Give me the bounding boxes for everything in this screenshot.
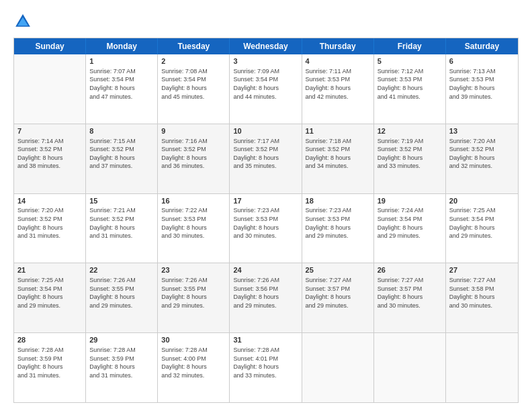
day-number: 22 xyxy=(89,265,154,275)
day-number: 5 xyxy=(378,56,442,66)
day-info: Sunrise: 7:11 AM Sunset: 3:53 PM Dayligh… xyxy=(306,67,370,101)
calendar-cell: 8Sunrise: 7:15 AM Sunset: 3:52 PM Daylig… xyxy=(86,124,158,193)
day-number: 4 xyxy=(306,56,370,66)
day-info: Sunrise: 7:07 AM Sunset: 3:54 PM Dayligh… xyxy=(89,67,154,101)
calendar-cell: 28Sunrise: 7:28 AM Sunset: 3:59 PM Dayli… xyxy=(14,333,86,402)
logo xyxy=(13,12,35,31)
day-info: Sunrise: 7:19 AM Sunset: 3:52 PM Dayligh… xyxy=(378,137,442,171)
day-info: Sunrise: 7:17 AM Sunset: 3:52 PM Dayligh… xyxy=(233,137,298,171)
logo-icon xyxy=(13,12,32,31)
calendar-row: 7Sunrise: 7:14 AM Sunset: 3:52 PM Daylig… xyxy=(14,124,518,194)
day-info: Sunrise: 7:09 AM Sunset: 3:54 PM Dayligh… xyxy=(233,67,298,101)
calendar-cell: 30Sunrise: 7:28 AM Sunset: 4:00 PM Dayli… xyxy=(158,333,230,402)
calendar-body: 1Sunrise: 7:07 AM Sunset: 3:54 PM Daylig… xyxy=(14,54,518,402)
day-info: Sunrise: 7:21 AM Sunset: 3:52 PM Dayligh… xyxy=(89,206,154,240)
calendar-cell: 10Sunrise: 7:17 AM Sunset: 3:52 PM Dayli… xyxy=(230,124,302,193)
day-number: 1 xyxy=(89,56,154,66)
day-number: 26 xyxy=(378,265,442,275)
day-number: 25 xyxy=(306,265,370,275)
calendar-cell: 2Sunrise: 7:08 AM Sunset: 3:54 PM Daylig… xyxy=(158,54,230,124)
calendar-header-cell: Friday xyxy=(374,38,446,54)
day-info: Sunrise: 7:27 AM Sunset: 3:57 PM Dayligh… xyxy=(378,276,442,310)
day-info: Sunrise: 7:14 AM Sunset: 3:52 PM Dayligh… xyxy=(17,137,82,171)
calendar-header-cell: Thursday xyxy=(302,38,374,54)
calendar-cell: 11Sunrise: 7:18 AM Sunset: 3:52 PM Dayli… xyxy=(302,124,374,193)
calendar-cell: 20Sunrise: 7:25 AM Sunset: 3:54 PM Dayli… xyxy=(446,194,518,263)
calendar-cell: 7Sunrise: 7:14 AM Sunset: 3:52 PM Daylig… xyxy=(14,124,86,193)
calendar-cell xyxy=(374,333,446,402)
day-number: 12 xyxy=(378,126,442,136)
day-info: Sunrise: 7:28 AM Sunset: 4:01 PM Dayligh… xyxy=(233,346,298,379)
day-info: Sunrise: 7:23 AM Sunset: 3:53 PM Dayligh… xyxy=(306,206,370,240)
day-info: Sunrise: 7:26 AM Sunset: 3:56 PM Dayligh… xyxy=(233,276,298,310)
day-number: 30 xyxy=(161,335,226,345)
day-info: Sunrise: 7:23 AM Sunset: 3:53 PM Dayligh… xyxy=(233,206,298,240)
calendar-cell: 14Sunrise: 7:20 AM Sunset: 3:52 PM Dayli… xyxy=(14,194,86,263)
calendar-cell: 3Sunrise: 7:09 AM Sunset: 3:54 PM Daylig… xyxy=(230,54,302,124)
day-number: 9 xyxy=(161,126,226,136)
day-number: 6 xyxy=(449,56,515,66)
day-number: 10 xyxy=(233,126,298,136)
day-info: Sunrise: 7:25 AM Sunset: 3:54 PM Dayligh… xyxy=(17,276,82,310)
calendar-cell: 16Sunrise: 7:22 AM Sunset: 3:53 PM Dayli… xyxy=(158,194,230,263)
calendar-row: 14Sunrise: 7:20 AM Sunset: 3:52 PM Dayli… xyxy=(14,194,518,264)
calendar-header-cell: Saturday xyxy=(446,38,518,54)
calendar-cell: 26Sunrise: 7:27 AM Sunset: 3:57 PM Dayli… xyxy=(374,263,446,332)
day-info: Sunrise: 7:20 AM Sunset: 3:52 PM Dayligh… xyxy=(449,137,515,171)
day-number: 29 xyxy=(89,335,154,345)
calendar-cell: 17Sunrise: 7:23 AM Sunset: 3:53 PM Dayli… xyxy=(230,194,302,263)
calendar: SundayMondayTuesdayWednesdayThursdayFrid… xyxy=(13,38,519,403)
day-info: Sunrise: 7:27 AM Sunset: 3:58 PM Dayligh… xyxy=(449,276,515,310)
calendar-cell: 23Sunrise: 7:26 AM Sunset: 3:55 PM Dayli… xyxy=(158,263,230,332)
calendar-cell: 18Sunrise: 7:23 AM Sunset: 3:53 PM Dayli… xyxy=(302,194,374,263)
calendar-cell: 29Sunrise: 7:28 AM Sunset: 3:59 PM Dayli… xyxy=(86,333,158,402)
calendar-cell: 31Sunrise: 7:28 AM Sunset: 4:01 PM Dayli… xyxy=(230,333,302,402)
calendar-row: 1Sunrise: 7:07 AM Sunset: 3:54 PM Daylig… xyxy=(14,54,518,124)
calendar-header-cell: Wednesday xyxy=(230,38,302,54)
calendar-cell: 27Sunrise: 7:27 AM Sunset: 3:58 PM Dayli… xyxy=(446,263,518,332)
calendar-cell: 12Sunrise: 7:19 AM Sunset: 3:52 PM Dayli… xyxy=(374,124,446,193)
day-number: 27 xyxy=(449,265,515,275)
calendar-cell: 9Sunrise: 7:16 AM Sunset: 3:52 PM Daylig… xyxy=(158,124,230,193)
day-info: Sunrise: 7:20 AM Sunset: 3:52 PM Dayligh… xyxy=(17,206,82,240)
day-info: Sunrise: 7:27 AM Sunset: 3:57 PM Dayligh… xyxy=(306,276,370,310)
day-number: 20 xyxy=(449,196,515,206)
calendar-header-cell: Tuesday xyxy=(158,38,230,54)
day-info: Sunrise: 7:22 AM Sunset: 3:53 PM Dayligh… xyxy=(161,206,226,240)
day-info: Sunrise: 7:28 AM Sunset: 3:59 PM Dayligh… xyxy=(17,346,82,379)
day-number: 24 xyxy=(233,265,298,275)
calendar-cell: 15Sunrise: 7:21 AM Sunset: 3:52 PM Dayli… xyxy=(86,194,158,263)
day-number: 18 xyxy=(306,196,370,206)
day-info: Sunrise: 7:15 AM Sunset: 3:52 PM Dayligh… xyxy=(89,137,154,171)
page: SundayMondayTuesdayWednesdayThursdayFrid… xyxy=(0,0,532,411)
calendar-cell: 24Sunrise: 7:26 AM Sunset: 3:56 PM Dayli… xyxy=(230,263,302,332)
day-info: Sunrise: 7:12 AM Sunset: 3:53 PM Dayligh… xyxy=(378,67,442,101)
day-number: 16 xyxy=(161,196,226,206)
calendar-row: 28Sunrise: 7:28 AM Sunset: 3:59 PM Dayli… xyxy=(14,333,518,402)
calendar-cell: 13Sunrise: 7:20 AM Sunset: 3:52 PM Dayli… xyxy=(446,124,518,193)
day-number: 21 xyxy=(17,265,82,275)
day-number: 23 xyxy=(161,265,226,275)
calendar-cell xyxy=(446,333,518,402)
header xyxy=(13,12,519,31)
calendar-cell: 21Sunrise: 7:25 AM Sunset: 3:54 PM Dayli… xyxy=(14,263,86,332)
day-info: Sunrise: 7:28 AM Sunset: 3:59 PM Dayligh… xyxy=(89,346,154,379)
day-number: 8 xyxy=(89,126,154,136)
calendar-cell: 4Sunrise: 7:11 AM Sunset: 3:53 PM Daylig… xyxy=(302,54,374,124)
day-number: 28 xyxy=(17,335,82,345)
calendar-row: 21Sunrise: 7:25 AM Sunset: 3:54 PM Dayli… xyxy=(14,263,518,333)
day-info: Sunrise: 7:08 AM Sunset: 3:54 PM Dayligh… xyxy=(161,67,226,101)
calendar-cell: 6Sunrise: 7:13 AM Sunset: 3:53 PM Daylig… xyxy=(446,54,518,124)
day-number: 13 xyxy=(449,126,515,136)
day-number: 17 xyxy=(233,196,298,206)
day-number: 7 xyxy=(17,126,82,136)
calendar-header-cell: Sunday xyxy=(14,38,86,54)
day-number: 19 xyxy=(378,196,442,206)
day-info: Sunrise: 7:18 AM Sunset: 3:52 PM Dayligh… xyxy=(306,137,370,171)
calendar-cell: 25Sunrise: 7:27 AM Sunset: 3:57 PM Dayli… xyxy=(302,263,374,332)
day-number: 2 xyxy=(161,56,226,66)
calendar-cell: 1Sunrise: 7:07 AM Sunset: 3:54 PM Daylig… xyxy=(86,54,158,124)
calendar-cell xyxy=(302,333,374,402)
day-info: Sunrise: 7:28 AM Sunset: 4:00 PM Dayligh… xyxy=(161,346,226,379)
calendar-header-cell: Monday xyxy=(86,38,158,54)
